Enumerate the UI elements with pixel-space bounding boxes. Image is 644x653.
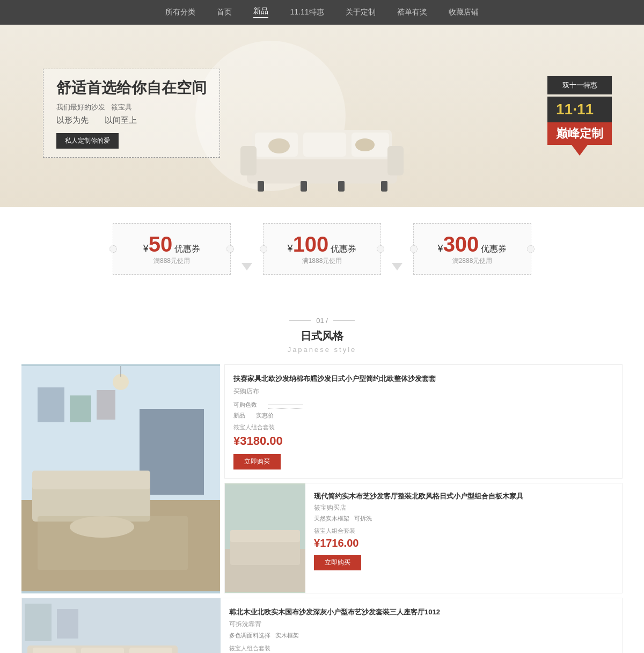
banner-tagline: 以形为先 以间至上	[56, 115, 207, 126]
svg-rect-29	[230, 530, 300, 542]
section1-wrapper: 01 / 日式风格 Japanese style	[0, 291, 644, 653]
nav-item-prize[interactable]: 褡单有奖	[397, 8, 427, 17]
product-1-attrs: 可购色数 ——————	[233, 401, 613, 409]
product-3-price-label: 筱宝人组合套装	[229, 644, 613, 652]
nav-item-new[interactable]: 新品	[253, 6, 268, 18]
product-2-price: ¥1716.00	[314, 537, 358, 549]
product-2-title: 现代简约实木布芝沙发客厅整装北欧风格日式小户型组合自板木家具	[314, 491, 613, 502]
coupon-50-yen: ¥	[143, 243, 149, 254]
double11-custom: 巅峰定制	[547, 122, 612, 145]
banner-title: 舒适首选给你自在空间	[56, 78, 207, 98]
product-2-shop: 筱宝购买店	[314, 503, 613, 512]
svg-rect-6	[387, 146, 404, 175]
svg-rect-10	[381, 181, 387, 192]
coupon-50-condition: 满888元使用	[129, 256, 214, 266]
svg-rect-5	[240, 146, 257, 175]
svg-rect-20	[38, 516, 188, 570]
section1-title-en: Japanese style	[0, 346, 644, 354]
svg-rect-24	[70, 395, 91, 422]
product-row-bottom: 韩北木业北欧实木国布沙发深灰小户型布艺沙发套装三人座客厅1012 可拆洗靠背 多…	[21, 598, 623, 654]
product-2-image	[225, 483, 305, 593]
triangle-decoration	[572, 145, 588, 156]
product-2-info: 现代简约实木布芝沙发客厅整装北欧风格日式小户型组合自板木家具 筱宝购买店 天然实…	[305, 483, 622, 593]
section1-title-cn: 日式风格	[0, 329, 644, 343]
product-1-shop: 买购店布	[233, 387, 613, 396]
product-1-title: 扶赛家具北欧沙发纳棉布艝沙发日式小户型简约北欧整体沙发套套	[233, 373, 613, 384]
section1-header: 01 / 日式风格 Japanese style	[0, 296, 644, 364]
product-1-price: ¥3180.00	[233, 434, 283, 448]
coupon-300-amount: 300	[443, 232, 479, 256]
svg-rect-17	[32, 484, 150, 522]
top-navigation: 所有分类 首页 新品 11.11特惠 关于定制 褡单有奖 收藏店铺	[0, 0, 644, 25]
svg-rect-8	[301, 181, 307, 192]
coupon-50-label: 优惠券	[174, 244, 200, 255]
svg-rect-38	[25, 604, 52, 641]
product-3-info: 韩北木业北欧实木国布沙发深灰小户型布艺沙发套装三人座客厅1012 可拆洗靠背 多…	[221, 598, 622, 654]
nav-item-home[interactable]: 首页	[217, 8, 232, 17]
product-1-info: 扶赛家具北欧沙发纳棉布艝沙发日式小户型简约北欧整体沙发套套 买购店布 可购色数 …	[224, 364, 623, 479]
coupon-300-yen: ¥	[438, 243, 443, 254]
product-3-image	[22, 598, 221, 654]
svg-rect-36	[81, 648, 124, 654]
nav-item-customize[interactable]: 关于定制	[346, 8, 376, 17]
product-1-price-label: 筱宝人组合套装	[233, 423, 613, 431]
coupon-50[interactable]: ¥ 50 优惠券 满888元使用	[113, 223, 231, 275]
product-2-price-label: 筱宝人组合套装	[314, 527, 613, 535]
product-1-attrs2: 新品 实惠价	[233, 412, 613, 420]
product-1-price-row: ¥3180.00	[233, 434, 613, 448]
nav-item-all-categories[interactable]: 所有分类	[165, 8, 195, 17]
svg-point-12	[355, 138, 375, 151]
products-section: 扶赛家具北欧沙发纳棉布艝沙发日式小户型简约北欧整体沙发套套 买购店布 可购色数 …	[0, 364, 644, 653]
svg-rect-25	[97, 390, 115, 420]
svg-rect-31	[22, 598, 221, 654]
product-3-attrs: 多色调面料选择 实木框架	[229, 632, 613, 640]
product-2-buy-button[interactable]: 立即购买	[314, 555, 361, 570]
banner-subtitle: 我们最好的沙发 筱宝具	[56, 102, 207, 112]
product-row-top: 扶赛家具北欧沙发纳棉布艝沙发日式小户型简约北欧整体沙发套套 买购店布 可购色数 …	[21, 364, 623, 593]
product-3-title: 韩北木业北欧实木国布沙发深灰小户型布艺沙发套装三人座客厅1012	[229, 607, 613, 618]
product-2-card: 现代简约实木布芝沙发客厅整装北欧风格日式小户型组合自板木家具 筱宝购买店 天然实…	[224, 483, 623, 593]
coupon-100[interactable]: ¥ 100 优惠券 满1888元使用	[263, 223, 381, 275]
product-2-attr1: 天然实木框架 可拆洗	[314, 515, 613, 523]
coupon-arrow-1	[241, 223, 252, 275]
promo-label: 双十一特惠	[547, 76, 612, 94]
coupon-50-amount: 50	[149, 232, 173, 256]
section1-number: 01 /	[316, 317, 328, 325]
nav-item-sale[interactable]: 11.11特惠	[290, 8, 324, 17]
coupon-100-yen: ¥	[288, 243, 293, 254]
nav-item-collect[interactable]: 收藏店铺	[449, 8, 479, 17]
coupons-section: ¥ 50 优惠券 满888元使用 ¥ 100 优惠券 满1888元使用 ¥ 30…	[0, 207, 644, 291]
section1-divider: 01 /	[0, 317, 644, 325]
svg-rect-39	[57, 609, 78, 639]
svg-rect-28	[230, 538, 300, 565]
coupon-300-label: 优惠券	[481, 244, 507, 255]
svg-rect-37	[129, 648, 172, 654]
product-3-shop: 可拆洗靠背	[229, 620, 613, 629]
coupon-arrow-2	[392, 223, 402, 275]
coupon-100-condition: 满1888元使用	[280, 256, 364, 266]
coupon-100-label: 优惠券	[331, 244, 356, 255]
product-1-buy-button[interactable]: 立即购买	[233, 454, 281, 469]
banner-cta-button[interactable]: 私人定制你的爱	[56, 133, 119, 149]
product-cards-right: 扶赛家具北欧沙发纳棉布艝沙发日式小户型简约北欧整体沙发套套 买购店布 可购色数 …	[224, 364, 623, 593]
svg-rect-9	[338, 181, 345, 192]
svg-rect-7	[258, 181, 264, 192]
svg-point-11	[268, 138, 290, 153]
coupon-300[interactable]: ¥ 300 优惠券 满2888元使用	[413, 223, 531, 275]
hero-banner: 舒适首选给你自在空间 我们最好的沙发 筱宝具 以形为先 以间至上 私人定制你的爱	[0, 25, 644, 207]
product-1-image	[21, 364, 220, 593]
sofa-image	[225, 98, 419, 205]
svg-rect-18	[32, 471, 150, 489]
svg-rect-23	[38, 387, 64, 422]
svg-rect-3	[303, 133, 346, 157]
coupon-100-amount: 100	[293, 232, 329, 256]
double11-number: 11·11	[547, 97, 612, 122]
product-2-price-row: ¥1716.00	[314, 537, 613, 549]
product-3-card: 韩北木业北欧实木国布沙发深灰小户型布艺沙发套装三人座客厅1012 可拆洗靠背 多…	[21, 598, 623, 654]
coupon-300-condition: 满2888元使用	[430, 256, 515, 266]
double11-badge-area: 双十一特惠 11·11 巅峰定制	[547, 76, 612, 156]
svg-rect-35	[33, 648, 76, 654]
